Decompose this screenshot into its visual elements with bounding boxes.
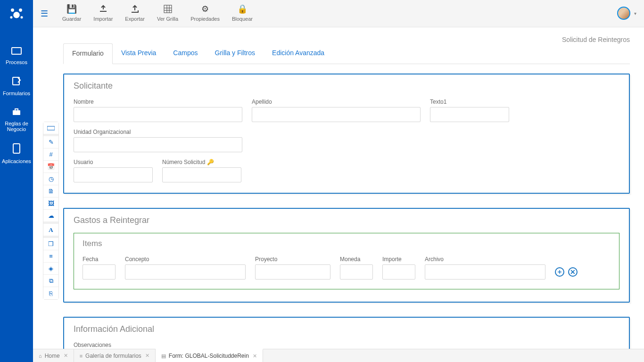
- fecha-label: Fecha: [83, 256, 116, 263]
- chevron-down-icon: ▾: [634, 11, 636, 16]
- field-concepto[interactable]: Concepto: [125, 256, 246, 280]
- fecha-input[interactable]: [83, 264, 116, 280]
- texto1-label: Texto1: [430, 99, 509, 105]
- nombre-input[interactable]: [74, 107, 242, 122]
- menu-toggle-icon[interactable]: ☰: [41, 8, 48, 19]
- rules-icon: [11, 107, 22, 118]
- import-icon: [99, 4, 107, 14]
- field-fecha[interactable]: Fecha: [83, 256, 116, 280]
- svg-point-0: [13, 12, 20, 18]
- sidebar-item-formularios[interactable]: Formularios: [0, 72, 33, 103]
- app-logo: [8, 6, 25, 23]
- proyecto-label: Proyecto: [255, 256, 330, 263]
- palette-link-icon[interactable]: ⧉: [43, 275, 58, 287]
- palette-number-icon[interactable]: #: [43, 148, 58, 161]
- section-solicitante[interactable]: Solicitante Nombre Apellido Texto1 Unida…: [63, 74, 630, 194]
- texto1-input[interactable]: [430, 107, 509, 122]
- section-informacion-adicional[interactable]: Información Adicional Observaciones: [63, 317, 630, 349]
- apellido-input[interactable]: [252, 107, 421, 122]
- field-texto1[interactable]: Texto1: [430, 99, 509, 122]
- viewgrid-button[interactable]: Ver Grilla: [157, 4, 178, 22]
- user-menu[interactable]: ▾: [617, 7, 636, 20]
- home-icon: ⌂: [39, 353, 42, 359]
- key-icon: 🔑: [207, 159, 214, 165]
- add-item-button[interactable]: ＋: [555, 267, 564, 277]
- moneda-label: Moneda: [340, 256, 373, 263]
- export-button[interactable]: Exportar: [125, 4, 145, 22]
- page-title: Solicitud de Reintegros: [562, 36, 630, 43]
- unidad-input[interactable]: [74, 137, 242, 152]
- archivo-input[interactable]: [425, 264, 545, 280]
- proyecto-input[interactable]: [255, 264, 330, 280]
- sidebar-item-procesos[interactable]: Procesos: [0, 41, 33, 72]
- sidebar-item-label: Procesos: [6, 59, 27, 65]
- archivo-label: Archivo: [425, 256, 545, 263]
- close-icon[interactable]: ✕: [64, 353, 68, 359]
- save-button[interactable]: 💾 Guardar: [62, 4, 81, 22]
- numero-label: Número Solicitud 🔑: [162, 159, 241, 165]
- palette-copy-icon[interactable]: ⎘: [43, 287, 58, 299]
- tab-edicion-avanzada[interactable]: Edición Avanzada: [264, 43, 333, 64]
- frog-logo-icon: [8, 6, 25, 22]
- usuario-input[interactable]: [74, 167, 153, 182]
- field-unidad[interactable]: Unidad Organizacional: [74, 129, 242, 152]
- field-nombre[interactable]: Nombre: [74, 99, 242, 122]
- observaciones-label: Observaciones: [74, 342, 619, 348]
- properties-button[interactable]: ⚙ Propiedades: [190, 4, 220, 22]
- sidebar-item-aplicaciones[interactable]: Aplicaciones: [0, 139, 33, 171]
- svg-point-3: [10, 16, 12, 18]
- bottom-tab-form[interactable]: ▤ Form: GLOBAL-SolicituddeRein ✕: [156, 349, 263, 362]
- unidad-label: Unidad Organizacional: [74, 129, 242, 135]
- apellido-label: Apellido: [252, 99, 421, 105]
- grid-icon: [164, 4, 172, 14]
- palette-edit-icon[interactable]: ✎: [43, 136, 58, 148]
- control-palette: ✎ # 📅 ◷ 🗎 🖼 ☁ A ❒ ≡ ◈ ⧉ ⎘: [43, 122, 59, 300]
- field-numero-solicitud[interactable]: Número Solicitud 🔑: [162, 159, 241, 182]
- palette-time-icon[interactable]: ◷: [43, 173, 58, 185]
- form-canvas: Solicitante Nombre Apellido Texto1 Unida…: [63, 74, 630, 349]
- bottom-tab-gallery[interactable]: ≡ Galería de formularios ✕: [74, 349, 156, 362]
- palette-textbox-icon[interactable]: [43, 122, 58, 134]
- concepto-input[interactable]: [125, 264, 246, 280]
- svg-rect-9: [164, 5, 172, 13]
- tab-formulario[interactable]: Formulario: [63, 43, 113, 64]
- import-button[interactable]: Importar: [93, 4, 113, 22]
- palette-image-icon[interactable]: 🖼: [43, 197, 58, 210]
- left-sidebar: Procesos Formularios Reglas de Negocio A…: [0, 0, 33, 362]
- importe-input[interactable]: [382, 264, 415, 280]
- topbar: ☰ 💾 Guardar Importar Exportar Ver Grilla…: [33, 0, 644, 27]
- field-moneda[interactable]: Moneda: [340, 256, 373, 280]
- items-subsection[interactable]: Items Fecha Concepto Proyecto: [74, 233, 619, 289]
- nombre-label: Nombre: [74, 99, 242, 105]
- palette-upload-icon[interactable]: ☁: [43, 210, 58, 222]
- palette-list-icon[interactable]: ≡: [43, 250, 58, 263]
- palette-box-icon[interactable]: ❒: [43, 238, 58, 250]
- importe-label: Importe: [382, 256, 415, 263]
- sidebar-item-reglas[interactable]: Reglas de Negocio: [0, 103, 33, 139]
- close-icon[interactable]: ✕: [253, 353, 257, 359]
- lock-button[interactable]: 🔒 Bloquear: [232, 4, 253, 22]
- palette-date-icon[interactable]: 📅: [43, 161, 58, 173]
- bottom-tab-home[interactable]: ⌂ Home ✕: [33, 349, 74, 362]
- tab-grilla[interactable]: Grilla y Filtros: [206, 43, 264, 64]
- section-title-solicitante: Solicitante: [74, 81, 619, 91]
- field-archivo[interactable]: Archivo: [425, 256, 545, 280]
- sidebar-item-label: Formularios: [3, 90, 30, 96]
- remove-item-button[interactable]: ✕: [568, 267, 578, 277]
- close-icon[interactable]: ✕: [145, 353, 149, 359]
- moneda-input[interactable]: [340, 264, 373, 280]
- field-observaciones[interactable]: Observaciones: [74, 342, 619, 349]
- field-proyecto[interactable]: Proyecto: [255, 256, 330, 280]
- numero-input[interactable]: [162, 167, 241, 182]
- tab-campos[interactable]: Campos: [165, 43, 206, 64]
- field-importe[interactable]: Importe: [382, 256, 415, 280]
- palette-cube-icon[interactable]: ◈: [43, 263, 58, 275]
- palette-label-icon[interactable]: A: [43, 224, 58, 236]
- item-actions: ＋ ✕: [555, 264, 578, 280]
- concepto-label: Concepto: [125, 256, 246, 263]
- field-usuario[interactable]: Usuario: [74, 159, 153, 182]
- palette-file-icon[interactable]: 🗎: [43, 185, 58, 197]
- tab-vista-previa[interactable]: Vista Previa: [113, 43, 165, 64]
- field-apellido[interactable]: Apellido: [252, 99, 421, 122]
- section-gastos[interactable]: Gastos a Reintegrar Items Fecha Concepto…: [63, 208, 630, 303]
